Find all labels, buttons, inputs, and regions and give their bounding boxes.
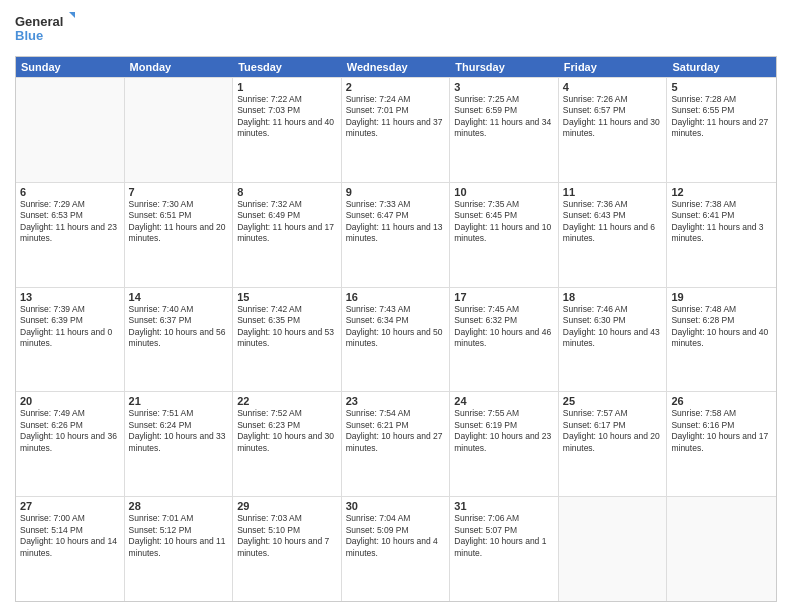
cell-day-number: 2 bbox=[346, 81, 446, 93]
cell-day-number: 5 bbox=[671, 81, 772, 93]
calendar-cell: 3Sunrise: 7:25 AM Sunset: 6:59 PM Daylig… bbox=[450, 78, 559, 182]
cell-info: Sunrise: 7:45 AM Sunset: 6:32 PM Dayligh… bbox=[454, 304, 554, 350]
weekday-header: Saturday bbox=[667, 57, 776, 77]
cell-info: Sunrise: 7:28 AM Sunset: 6:55 PM Dayligh… bbox=[671, 94, 772, 140]
cell-info: Sunrise: 7:25 AM Sunset: 6:59 PM Dayligh… bbox=[454, 94, 554, 140]
calendar: SundayMondayTuesdayWednesdayThursdayFrid… bbox=[15, 56, 777, 602]
cell-info: Sunrise: 7:30 AM Sunset: 6:51 PM Dayligh… bbox=[129, 199, 229, 245]
weekday-header: Thursday bbox=[450, 57, 559, 77]
calendar-cell: 19Sunrise: 7:48 AM Sunset: 6:28 PM Dayli… bbox=[667, 288, 776, 392]
calendar-cell: 9Sunrise: 7:33 AM Sunset: 6:47 PM Daylig… bbox=[342, 183, 451, 287]
calendar-cell: 17Sunrise: 7:45 AM Sunset: 6:32 PM Dayli… bbox=[450, 288, 559, 392]
cell-day-number: 18 bbox=[563, 291, 663, 303]
cell-info: Sunrise: 7:48 AM Sunset: 6:28 PM Dayligh… bbox=[671, 304, 772, 350]
cell-day-number: 6 bbox=[20, 186, 120, 198]
page: General Blue SundayMondayTuesdayWednesda… bbox=[0, 0, 792, 612]
weekday-header: Tuesday bbox=[233, 57, 342, 77]
calendar-cell: 26Sunrise: 7:58 AM Sunset: 6:16 PM Dayli… bbox=[667, 392, 776, 496]
cell-info: Sunrise: 7:43 AM Sunset: 6:34 PM Dayligh… bbox=[346, 304, 446, 350]
cell-info: Sunrise: 7:52 AM Sunset: 6:23 PM Dayligh… bbox=[237, 408, 337, 454]
calendar-cell: 10Sunrise: 7:35 AM Sunset: 6:45 PM Dayli… bbox=[450, 183, 559, 287]
cell-info: Sunrise: 7:55 AM Sunset: 6:19 PM Dayligh… bbox=[454, 408, 554, 454]
cell-info: Sunrise: 7:54 AM Sunset: 6:21 PM Dayligh… bbox=[346, 408, 446, 454]
cell-day-number: 30 bbox=[346, 500, 446, 512]
svg-text:Blue: Blue bbox=[15, 28, 43, 43]
cell-day-number: 26 bbox=[671, 395, 772, 407]
cell-day-number: 20 bbox=[20, 395, 120, 407]
svg-text:General: General bbox=[15, 14, 63, 29]
cell-day-number: 24 bbox=[454, 395, 554, 407]
cell-info: Sunrise: 7:38 AM Sunset: 6:41 PM Dayligh… bbox=[671, 199, 772, 245]
cell-day-number: 16 bbox=[346, 291, 446, 303]
cell-info: Sunrise: 7:51 AM Sunset: 6:24 PM Dayligh… bbox=[129, 408, 229, 454]
calendar-cell: 6Sunrise: 7:29 AM Sunset: 6:53 PM Daylig… bbox=[16, 183, 125, 287]
cell-info: Sunrise: 7:42 AM Sunset: 6:35 PM Dayligh… bbox=[237, 304, 337, 350]
cell-info: Sunrise: 7:49 AM Sunset: 6:26 PM Dayligh… bbox=[20, 408, 120, 454]
cell-day-number: 28 bbox=[129, 500, 229, 512]
cell-day-number: 4 bbox=[563, 81, 663, 93]
cell-day-number: 17 bbox=[454, 291, 554, 303]
weekday-header: Monday bbox=[125, 57, 234, 77]
cell-info: Sunrise: 7:40 AM Sunset: 6:37 PM Dayligh… bbox=[129, 304, 229, 350]
cell-info: Sunrise: 7:00 AM Sunset: 5:14 PM Dayligh… bbox=[20, 513, 120, 559]
calendar-body: 1Sunrise: 7:22 AM Sunset: 7:03 PM Daylig… bbox=[16, 77, 776, 601]
calendar-row: 20Sunrise: 7:49 AM Sunset: 6:26 PM Dayli… bbox=[16, 391, 776, 496]
calendar-cell: 12Sunrise: 7:38 AM Sunset: 6:41 PM Dayli… bbox=[667, 183, 776, 287]
cell-day-number: 25 bbox=[563, 395, 663, 407]
calendar-row: 27Sunrise: 7:00 AM Sunset: 5:14 PM Dayli… bbox=[16, 496, 776, 601]
calendar-cell: 28Sunrise: 7:01 AM Sunset: 5:12 PM Dayli… bbox=[125, 497, 234, 601]
calendar-cell: 23Sunrise: 7:54 AM Sunset: 6:21 PM Dayli… bbox=[342, 392, 451, 496]
cell-info: Sunrise: 7:06 AM Sunset: 5:07 PM Dayligh… bbox=[454, 513, 554, 559]
cell-day-number: 22 bbox=[237, 395, 337, 407]
calendar-cell: 4Sunrise: 7:26 AM Sunset: 6:57 PM Daylig… bbox=[559, 78, 668, 182]
calendar-cell bbox=[667, 497, 776, 601]
cell-day-number: 3 bbox=[454, 81, 554, 93]
calendar-cell: 29Sunrise: 7:03 AM Sunset: 5:10 PM Dayli… bbox=[233, 497, 342, 601]
calendar-cell: 14Sunrise: 7:40 AM Sunset: 6:37 PM Dayli… bbox=[125, 288, 234, 392]
calendar-row: 1Sunrise: 7:22 AM Sunset: 7:03 PM Daylig… bbox=[16, 77, 776, 182]
cell-info: Sunrise: 7:26 AM Sunset: 6:57 PM Dayligh… bbox=[563, 94, 663, 140]
cell-day-number: 7 bbox=[129, 186, 229, 198]
cell-day-number: 8 bbox=[237, 186, 337, 198]
cell-info: Sunrise: 7:29 AM Sunset: 6:53 PM Dayligh… bbox=[20, 199, 120, 245]
logo: General Blue bbox=[15, 10, 75, 50]
cell-info: Sunrise: 7:04 AM Sunset: 5:09 PM Dayligh… bbox=[346, 513, 446, 559]
cell-day-number: 31 bbox=[454, 500, 554, 512]
calendar-cell: 21Sunrise: 7:51 AM Sunset: 6:24 PM Dayli… bbox=[125, 392, 234, 496]
calendar-cell bbox=[16, 78, 125, 182]
cell-day-number: 29 bbox=[237, 500, 337, 512]
calendar-cell: 25Sunrise: 7:57 AM Sunset: 6:17 PM Dayli… bbox=[559, 392, 668, 496]
cell-info: Sunrise: 7:39 AM Sunset: 6:39 PM Dayligh… bbox=[20, 304, 120, 350]
calendar-cell: 7Sunrise: 7:30 AM Sunset: 6:51 PM Daylig… bbox=[125, 183, 234, 287]
calendar-cell: 30Sunrise: 7:04 AM Sunset: 5:09 PM Dayli… bbox=[342, 497, 451, 601]
cell-info: Sunrise: 7:46 AM Sunset: 6:30 PM Dayligh… bbox=[563, 304, 663, 350]
cell-info: Sunrise: 7:32 AM Sunset: 6:49 PM Dayligh… bbox=[237, 199, 337, 245]
cell-day-number: 23 bbox=[346, 395, 446, 407]
cell-info: Sunrise: 7:33 AM Sunset: 6:47 PM Dayligh… bbox=[346, 199, 446, 245]
calendar-cell: 1Sunrise: 7:22 AM Sunset: 7:03 PM Daylig… bbox=[233, 78, 342, 182]
cell-day-number: 15 bbox=[237, 291, 337, 303]
calendar-cell: 2Sunrise: 7:24 AM Sunset: 7:01 PM Daylig… bbox=[342, 78, 451, 182]
calendar-cell: 18Sunrise: 7:46 AM Sunset: 6:30 PM Dayli… bbox=[559, 288, 668, 392]
calendar-cell: 16Sunrise: 7:43 AM Sunset: 6:34 PM Dayli… bbox=[342, 288, 451, 392]
calendar-header: SundayMondayTuesdayWednesdayThursdayFrid… bbox=[16, 57, 776, 77]
calendar-cell: 31Sunrise: 7:06 AM Sunset: 5:07 PM Dayli… bbox=[450, 497, 559, 601]
calendar-cell: 11Sunrise: 7:36 AM Sunset: 6:43 PM Dayli… bbox=[559, 183, 668, 287]
calendar-cell: 5Sunrise: 7:28 AM Sunset: 6:55 PM Daylig… bbox=[667, 78, 776, 182]
cell-info: Sunrise: 7:24 AM Sunset: 7:01 PM Dayligh… bbox=[346, 94, 446, 140]
cell-day-number: 19 bbox=[671, 291, 772, 303]
cell-info: Sunrise: 7:57 AM Sunset: 6:17 PM Dayligh… bbox=[563, 408, 663, 454]
calendar-cell: 20Sunrise: 7:49 AM Sunset: 6:26 PM Dayli… bbox=[16, 392, 125, 496]
cell-day-number: 9 bbox=[346, 186, 446, 198]
calendar-cell: 15Sunrise: 7:42 AM Sunset: 6:35 PM Dayli… bbox=[233, 288, 342, 392]
calendar-cell: 27Sunrise: 7:00 AM Sunset: 5:14 PM Dayli… bbox=[16, 497, 125, 601]
calendar-cell: 22Sunrise: 7:52 AM Sunset: 6:23 PM Dayli… bbox=[233, 392, 342, 496]
header: General Blue bbox=[15, 10, 777, 50]
calendar-cell bbox=[125, 78, 234, 182]
calendar-cell bbox=[559, 497, 668, 601]
svg-marker-2 bbox=[69, 12, 75, 18]
cell-day-number: 14 bbox=[129, 291, 229, 303]
cell-day-number: 12 bbox=[671, 186, 772, 198]
cell-day-number: 11 bbox=[563, 186, 663, 198]
calendar-cell: 8Sunrise: 7:32 AM Sunset: 6:49 PM Daylig… bbox=[233, 183, 342, 287]
